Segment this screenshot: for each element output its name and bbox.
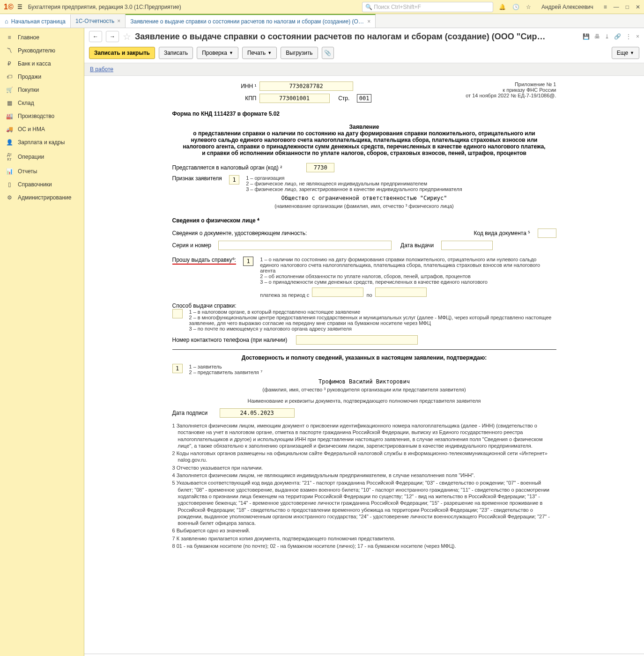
nav-back-button[interactable]: ← — [89, 31, 102, 42]
save-icon[interactable]: 💾 — [583, 33, 590, 40]
sidebar-item-sales[interactable]: 🏷Продажи — [0, 70, 84, 83]
logo-1c: 1© — [4, 3, 14, 11]
history-icon[interactable]: 🕓 — [512, 4, 519, 10]
favorite-star-icon[interactable]: ☆ — [123, 31, 131, 42]
confirm-field[interactable]: 1 — [172, 364, 183, 373]
tab-close-icon[interactable]: × — [117, 18, 120, 24]
applicant-sign-field[interactable]: 1 — [229, 175, 239, 184]
export-icon[interactable]: ⤓ — [605, 33, 609, 40]
save-button[interactable]: Записать — [159, 47, 193, 59]
export-button[interactable]: Выгрузить — [281, 47, 318, 59]
tabs-bar: ⌂ Начальная страница 1С-Отчетность × Зая… — [0, 14, 644, 28]
confirm-opt-1: 1 – заявитель — [189, 364, 262, 369]
sign-opt-2: 2 – физическое лицо, не являющееся индив… — [246, 181, 462, 186]
knd-label: Форма по КНД 1114237 в формате 5.02 — [172, 111, 556, 117]
close-icon[interactable]: ✕ — [636, 4, 640, 10]
attach-button[interactable]: 📎 — [322, 47, 334, 59]
tab-document[interactable]: Заявление о выдаче справки о состоянии р… — [126, 14, 376, 28]
save-and-close-button[interactable]: Записать и закрыть — [89, 47, 155, 59]
app-title: Бухгалтерия предприятия, редакция 3.0 (1… — [28, 4, 362, 10]
maximize-icon[interactable]: □ — [626, 4, 629, 10]
gear-icon: ⚙ — [6, 194, 13, 201]
appendix-line2: к приказу ФНС России — [466, 87, 556, 93]
sidebar-item-catalogs[interactable]: ▯Справочники — [0, 178, 84, 191]
sidebar-item-purchases[interactable]: 🛒Покупки — [0, 83, 84, 96]
signer-field[interactable]: Трофимов Василий Викторович — [215, 378, 514, 385]
close-panel-icon[interactable]: × — [636, 33, 639, 40]
document-title: Заявление о выдаче справки о состоянии р… — [135, 32, 579, 42]
req-opt-1: 1 – о наличии по состоянию на дату форми… — [260, 257, 556, 273]
footnote-3: 3 Отчество указывается при наличии. — [172, 464, 556, 471]
link-icon[interactable]: 🔗 — [614, 33, 621, 40]
req-opt-2: 2 – об исполнении обязанности по уплате … — [260, 273, 556, 279]
search-icon: 🔍 — [365, 4, 372, 10]
sidebar-item-operations[interactable]: ДтКтОперации — [0, 149, 84, 165]
more-button[interactable]: Еще▼ — [612, 47, 639, 59]
sign-date-field[interactable]: 24.05.2023 — [220, 408, 295, 418]
request-label: Прошу выдать справку⁶: — [172, 257, 236, 265]
footnote-5: 5 Указывается соответствующий код вида д… — [172, 479, 556, 526]
footnote-1: 1 Заполняется физическим лицом, имеющим … — [172, 422, 556, 449]
status-link[interactable]: В работе — [90, 66, 113, 73]
global-search[interactable]: 🔍 Поиск Ctrl+Shift+F — [362, 2, 493, 12]
sidebar-item-os-nma[interactable]: 🚚ОС и НМА — [0, 123, 84, 136]
period-to-field[interactable] — [375, 287, 427, 297]
issue-date-field[interactable] — [441, 241, 493, 250]
phone-field[interactable] — [296, 335, 418, 345]
menu-icon[interactable]: ☰ — [17, 4, 22, 10]
inn-field[interactable]: 7730287782 — [259, 81, 353, 91]
chart-icon: 〽 — [6, 47, 13, 54]
footnote-7: 7 К заявлению прилагается копия документ… — [172, 535, 556, 542]
print-icon[interactable]: 🖶 — [594, 33, 600, 40]
sidebar: ≡Главное 〽Руководителю ₽Банк и касса 🏷Пр… — [0, 28, 84, 656]
tab-start-label: Начальная страница — [11, 18, 66, 25]
fiz-doc-label: Сведения о документе, удостоверяющем лич… — [172, 230, 471, 236]
series-field[interactable] — [218, 241, 392, 250]
list-icon: ≡ — [6, 34, 13, 41]
tax-code-field[interactable]: 7730 — [306, 163, 334, 172]
user-name[interactable]: Андрей Алексеевич — [541, 4, 593, 10]
method-opt-1: 1 – в налоговом органе, в который предст… — [189, 309, 556, 315]
sidebar-item-manager[interactable]: 〽Руководителю — [0, 44, 84, 57]
minimize-icon[interactable]: — — [614, 4, 619, 10]
tab-close-icon[interactable]: × — [367, 18, 370, 25]
sidebar-item-reports[interactable]: 📊Отчеты — [0, 165, 84, 178]
method-opt-3: 3 – по почте по имеющемуся у налогового … — [189, 326, 556, 332]
tab-1c-reporting[interactable]: 1С-Отчетность × — [71, 14, 126, 28]
sidebar-item-stock[interactable]: ▦Склад — [0, 96, 84, 110]
statement-title: Заявление — [172, 124, 556, 130]
star-icon[interactable]: ☆ — [526, 4, 531, 10]
tag-icon: 🏷 — [6, 74, 13, 80]
nav-forward-button[interactable]: → — [106, 31, 119, 42]
sidebar-item-bank[interactable]: ₽Банк и касса — [0, 57, 84, 70]
page-label: Стр. — [338, 95, 349, 102]
period-from-label: платежа за период с — [260, 292, 309, 298]
doc-code-field[interactable] — [538, 228, 556, 238]
toolbar: Записать и закрыть Записать Проверка▼ Пе… — [84, 45, 644, 63]
cart-icon: 🛒 — [6, 87, 13, 93]
method-opt-2: 2 – в многофункциональном центре предост… — [189, 315, 556, 326]
tab-start[interactable]: ⌂ Начальная страница — [0, 14, 71, 28]
kebab-icon[interactable]: ⋮ — [626, 33, 631, 40]
footnote-6: 6 Выбирается одно из значений. — [172, 527, 556, 534]
sign-opt-3: 3 – физическое лицо, зарегистрированное … — [246, 186, 462, 192]
signer-sub: (фамилия, имя, отчество ³ руководителя о… — [172, 387, 556, 392]
kpp-label: КПП — [172, 95, 257, 102]
bell-icon[interactable]: 🔔 — [499, 4, 506, 10]
print-button[interactable]: Печать▼ — [242, 47, 277, 59]
sidebar-item-main[interactable]: ≡Главное — [0, 31, 84, 44]
page-field: 001 — [357, 94, 372, 103]
document-scroll[interactable]: ИНН ¹7730287782 КПП773001001 Стр. 001 Пр… — [84, 76, 644, 654]
settings-icon[interactable]: ≡ — [604, 4, 607, 10]
method-label: Способ выдачи справки: — [172, 302, 556, 309]
period-from-field[interactable] — [312, 287, 363, 297]
check-button[interactable]: Проверка▼ — [197, 47, 238, 59]
sidebar-item-admin[interactable]: ⚙Администрирование — [0, 191, 84, 204]
request-type-field[interactable]: 1 — [243, 257, 253, 266]
sidebar-item-salary[interactable]: 👤Зарплата и кадры — [0, 136, 84, 149]
paperclip-icon: 📎 — [324, 50, 331, 56]
sidebar-item-production[interactable]: 🏭Производство — [0, 110, 84, 123]
method-field[interactable] — [172, 309, 183, 318]
kpp-field[interactable]: 773001001 — [259, 94, 330, 103]
org-name-field[interactable]: Общество с ограниченной ответственностью… — [215, 195, 514, 201]
